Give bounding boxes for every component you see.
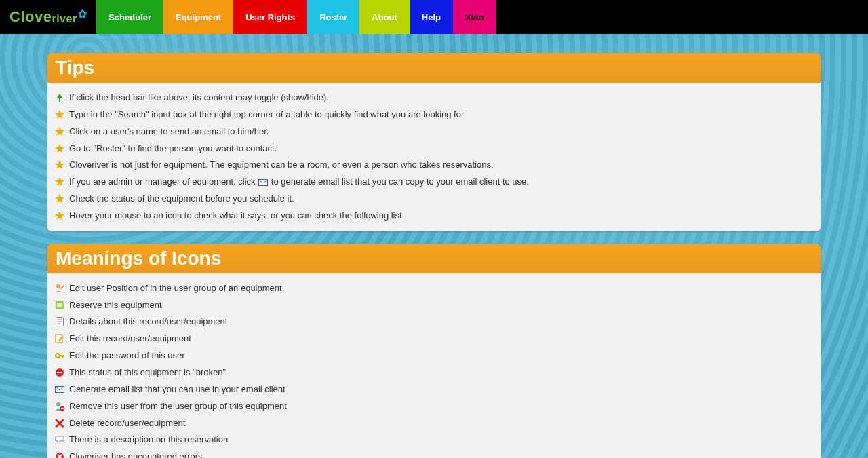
icon-meaning-row: Details about this record/user/equipment	[52, 313, 816, 330]
star-icon	[54, 176, 65, 187]
error-icon	[54, 451, 65, 458]
envelope-icon	[54, 384, 65, 395]
icon-meaning-row: There is a description on this reservati…	[52, 432, 816, 449]
tip-line: Go to "Roster" to find the person you wa…	[52, 140, 816, 157]
tip-line: Hover your mouse to an icon to check wha…	[52, 208, 816, 225]
tip-text: Type in the "Search" input box at the ri…	[69, 109, 466, 121]
logo-text-1: Clove	[9, 8, 52, 26]
tips-panel: Tips If click the head bar like above, i…	[47, 53, 821, 231]
icon-meaning-text: Remove this user from the user group of …	[69, 400, 287, 413]
tip-line: Check the status of the equipment before…	[52, 191, 816, 208]
tip-line: Type in the "Search" input box at the ri…	[52, 107, 816, 123]
tip-text: Cloveriver is not just for equipment. Th…	[69, 159, 494, 172]
tip-line: Click on a user's name to send an email …	[52, 123, 816, 140]
icons-header[interactable]: Meanings of Icons	[47, 244, 821, 273]
content: Tips If click the head bar like above, i…	[47, 53, 821, 458]
icon-meaning-row: Edit user Position of in the user group …	[52, 280, 816, 297]
svg-rect-2	[56, 301, 64, 309]
tip-text: Click on a user's name to send an email …	[69, 126, 269, 138]
icon-meaning-text: Reserve this equipment	[69, 299, 162, 312]
tip-text: Go to "Roster" to find the person you wa…	[69, 142, 277, 155]
icon-meaning-row: Generate email list that you can use in …	[52, 381, 816, 398]
logo-text-2: river	[52, 13, 77, 25]
star-icon	[54, 159, 65, 170]
star-icon	[54, 143, 65, 154]
icon-meaning-text: Cloveriver has encountered errors	[69, 451, 203, 458]
tip-text: If you are admin or manager of equipment…	[69, 176, 529, 189]
icon-meaning-text: Delete record/user/equipment	[69, 417, 185, 430]
icons-body: Edit user Position of in the user group …	[47, 273, 821, 458]
broken-icon	[54, 367, 65, 378]
tips-body: If click the head bar like above, its co…	[47, 83, 821, 231]
nav-xiao[interactable]: Xiao	[453, 0, 496, 34]
tips-header[interactable]: Tips	[47, 53, 821, 83]
details-icon	[54, 316, 65, 327]
main-nav: SchedulerEquipmentUser RightsRosterAbout…	[96, 0, 496, 34]
edit-icon	[54, 333, 65, 344]
topbar: Cloveriver✿ SchedulerEquipmentUser Right…	[0, 0, 868, 34]
nav-about[interactable]: About	[359, 0, 410, 34]
star-icon	[54, 126, 65, 137]
reserve-icon	[54, 300, 65, 311]
icon-meaning-row: Reserve this equipment	[52, 297, 816, 314]
tip-text: If click the head bar like above, its co…	[69, 92, 329, 104]
icon-meaning-row: Edit the password of this user	[52, 347, 816, 364]
tip-line: If you are admin or manager of equipment…	[52, 174, 816, 191]
logo[interactable]: Cloveriver✿	[0, 0, 96, 34]
nav-help[interactable]: Help	[410, 0, 453, 34]
svg-rect-11	[61, 408, 64, 409]
svg-rect-7	[57, 372, 62, 373]
svg-point-9	[56, 402, 60, 406]
envelope-icon	[258, 177, 269, 188]
nav-roster[interactable]: Roster	[307, 0, 359, 34]
icons-panel: Meanings of Icons Edit user Position of …	[47, 244, 821, 458]
star-icon	[54, 193, 65, 204]
tip-text: Check the status of the equipment before…	[69, 193, 294, 206]
tip-line: Cloveriver is not just for equipment. Th…	[52, 157, 816, 174]
delete-icon	[54, 418, 65, 429]
nav-user-rights[interactable]: User Rights	[233, 0, 307, 34]
icon-meaning-row: Remove this user from the user group of …	[52, 398, 816, 415]
tip-text: Hover your mouse to an icon to check wha…	[69, 210, 404, 223]
icon-meaning-text: This status of this equipment is "broken…	[69, 366, 226, 379]
edit-user-icon	[54, 283, 65, 294]
key-icon	[54, 350, 65, 361]
comment-icon	[54, 434, 65, 445]
icon-meaning-text: Edit user Position of in the user group …	[69, 282, 284, 295]
flower-icon: ✿	[78, 7, 87, 20]
icon-meaning-row: Cloveriver has encountered errors	[52, 449, 816, 458]
svg-point-1	[56, 284, 60, 288]
icon-meaning-row: Delete record/user/equipment	[52, 415, 816, 432]
icon-meaning-row: This status of this equipment is "broken…	[52, 364, 816, 381]
arrow-up-icon	[54, 92, 65, 103]
icon-meaning-text: Edit the password of this user	[69, 349, 185, 362]
tip-line: If click the head bar like above, its co…	[52, 90, 816, 107]
icon-meaning-text: Details about this record/user/equipment	[69, 316, 227, 328]
nav-equipment[interactable]: Equipment	[163, 0, 233, 34]
icon-meaning-text: Edit this record/user/equipment	[69, 332, 191, 345]
icon-meaning-text: There is a description on this reservati…	[69, 434, 228, 446]
star-icon	[54, 210, 65, 221]
remove-user-icon	[54, 401, 65, 412]
icon-meaning-row: Edit this record/user/equipment	[52, 330, 816, 347]
icon-meaning-text: Generate email list that you can use in …	[69, 383, 285, 396]
nav-scheduler[interactable]: Scheduler	[96, 0, 163, 34]
star-icon	[54, 109, 65, 120]
